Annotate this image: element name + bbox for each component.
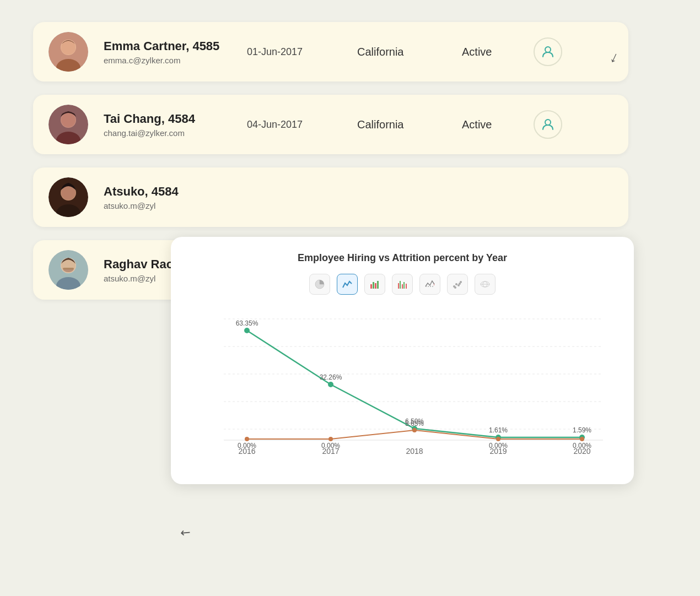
line-chart-svg: 2016 2017 2018 2019 2020: [191, 308, 614, 462]
svg-text:2018: 2018: [406, 447, 423, 456]
svg-rect-28: [406, 284, 407, 289]
svg-text:0.00%: 0.00%: [489, 442, 508, 449]
svg-text:↓: ↓: [433, 283, 435, 286]
svg-point-32: [455, 283, 457, 285]
svg-rect-26: [402, 284, 403, 289]
svg-point-52: [328, 382, 333, 387]
employee-name: Emma Cartner, 4585: [104, 39, 225, 53]
map-chart-btn[interactable]: [475, 274, 496, 295]
svg-rect-27: [403, 282, 405, 289]
employee-avatar: [49, 32, 88, 72]
bar-chart-btn[interactable]: [364, 274, 385, 295]
employee-avatar: [49, 105, 88, 144]
line-chart-btn[interactable]: [337, 274, 358, 295]
svg-point-59: [496, 437, 500, 441]
svg-point-58: [412, 428, 417, 432]
employee-avatar: [49, 177, 88, 217]
employee-status: Active: [462, 118, 517, 131]
employee-name: Tai Chang, 4584: [104, 112, 225, 126]
svg-rect-20: [370, 284, 372, 289]
svg-text:1.59%: 1.59%: [573, 426, 591, 434]
chart-title-attrition: Attrition percent by Year: [392, 252, 507, 263]
svg-rect-21: [373, 282, 374, 289]
employee-profile-icon[interactable]: [534, 37, 562, 66]
svg-text:32.26%: 32.26%: [320, 373, 342, 381]
svg-point-5: [545, 47, 551, 52]
employee-card-3[interactable]: Atsuko, 4584 atsuko.m@zyl: [33, 167, 628, 227]
svg-rect-19: [63, 268, 74, 269]
employee-info: Atsuko, 4584 atsuko.m@zyl: [104, 185, 225, 210]
employee-card-1[interactable]: Emma Cartner, 4585 emma.c@zylker.com 01-…: [33, 22, 628, 82]
svg-text:0.00%: 0.00%: [573, 442, 591, 449]
svg-point-4: [61, 42, 76, 55]
arrow-bottom-left: ↗: [177, 524, 195, 541]
employee-status: Active: [462, 46, 517, 58]
svg-text:5.65%: 5.65%: [405, 420, 424, 427]
employee-email: chang.tai@zylker.com: [104, 128, 225, 138]
employee-avatar: [49, 250, 88, 290]
svg-rect-24: [398, 283, 399, 289]
area-chart-btn[interactable]: ↓: [419, 274, 440, 295]
scatter-chart-btn[interactable]: [447, 274, 468, 295]
chart-type-selector: ↓: [191, 274, 614, 295]
svg-text:0.00%: 0.00%: [238, 442, 256, 449]
chart-panel: Employee Hiring vs Attrition percent by …: [171, 237, 634, 484]
employee-date: 01-Jun-2017: [247, 46, 335, 58]
svg-rect-23: [377, 281, 379, 289]
svg-rect-25: [400, 281, 401, 289]
employee-email: emma.c@zylker.com: [104, 56, 225, 65]
employee-date: 04-Jun-2017: [247, 119, 335, 131]
svg-point-51: [244, 328, 250, 333]
svg-rect-22: [375, 283, 376, 289]
svg-text:1.61%: 1.61%: [489, 426, 508, 434]
employee-info: Emma Cartner, 4585 emma.c@zylker.com: [104, 39, 225, 65]
employee-card-2[interactable]: Tai Chang, 4584 chang.tai@zylker.com 04-…: [33, 95, 628, 154]
pie-chart-btn[interactable]: [309, 274, 330, 295]
chart-title: Employee Hiring vs Attrition percent by …: [191, 252, 614, 264]
grouped-bar-btn[interactable]: [392, 274, 413, 295]
svg-point-35: [454, 286, 456, 289]
svg-point-9: [61, 113, 76, 127]
svg-point-56: [245, 437, 249, 441]
svg-point-57: [329, 437, 333, 441]
employee-name: Atsuko, 4584: [104, 185, 225, 199]
employee-email: atsuko.m@zyl: [104, 201, 225, 210]
employee-info: Tai Chang, 4584 chang.tai@zylker.com: [104, 112, 225, 138]
chart-title-vs: vs: [376, 252, 392, 263]
employee-location: California: [357, 118, 440, 131]
employee-profile-icon[interactable]: [534, 110, 562, 139]
svg-point-60: [580, 437, 584, 441]
employee-location: California: [357, 46, 440, 58]
svg-text:0.00%: 0.00%: [321, 442, 340, 449]
svg-text:63.35%: 63.35%: [236, 319, 259, 327]
svg-point-10: [545, 120, 551, 125]
svg-point-36: [459, 283, 461, 285]
chart-title-hiring: Employee Hiring: [298, 252, 376, 263]
